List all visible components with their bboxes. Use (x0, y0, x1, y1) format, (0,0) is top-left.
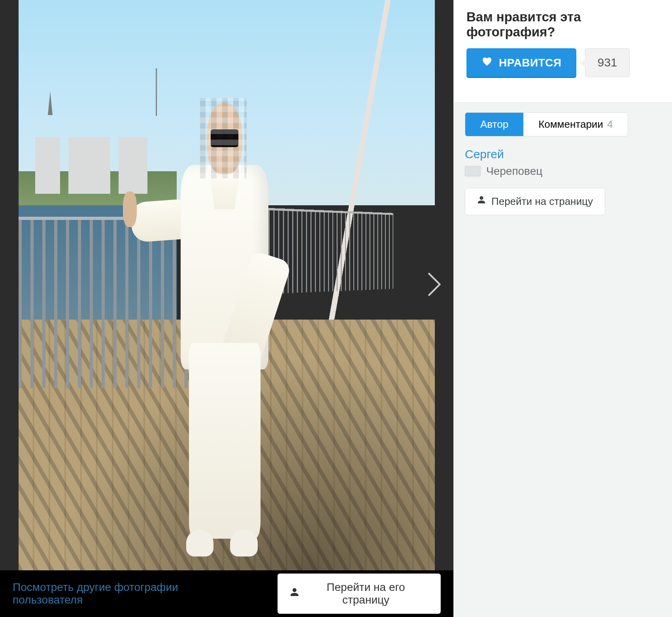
goto-profile-button[interactable]: Перейти на его страницу (277, 573, 441, 614)
tab-comments-label: Комментарии (538, 118, 603, 131)
like-count: 931 (585, 48, 629, 77)
author-block: Автор Комментарии 4 Сергей Череповец Пер… (454, 102, 672, 617)
flag-icon (465, 166, 481, 176)
goto-page-label: Перейти на страницу (491, 195, 593, 208)
goto-profile-label: Перейти на его страницу (303, 581, 428, 606)
tab-author-label: Автор (480, 118, 508, 131)
tab-author[interactable]: Автор (465, 113, 523, 136)
chevron-right-icon (427, 273, 442, 298)
tab-comments[interactable]: Комментарии 4 (523, 113, 628, 136)
person-icon (477, 195, 486, 208)
face-pixelation (200, 98, 247, 178)
author-link[interactable]: Сергей (465, 148, 504, 161)
photo[interactable] (19, 0, 435, 570)
like-question: Вам нравится эта фотография? (466, 9, 659, 40)
photo-gutter-left (0, 0, 19, 570)
photo-viewer: Посмотреть другие фотографии пользовател… (0, 0, 672, 617)
next-photo-button[interactable] (423, 273, 446, 297)
like-button[interactable]: НРАВИТСЯ (466, 48, 576, 77)
author-city: Череповец (486, 165, 542, 178)
more-photos-link[interactable]: Посмотреть другие фотографии пользовател… (13, 581, 246, 606)
tab-comments-count: 4 (607, 118, 613, 131)
like-button-label: НРАВИТСЯ (499, 57, 561, 69)
photo-footer: Посмотреть другие фотографии пользовател… (0, 570, 453, 617)
photo-stage (0, 0, 453, 570)
person-icon (290, 587, 299, 600)
goto-page-button[interactable]: Перейти на страницу (465, 188, 605, 215)
author-location: Череповец (465, 165, 661, 178)
photo-column: Посмотреть другие фотографии пользовател… (0, 0, 453, 617)
like-block: Вам нравится эта фотография? НРАВИТСЯ 93… (454, 0, 672, 95)
author-name: Сергей (465, 148, 661, 161)
photo-scene (19, 0, 435, 570)
tabs: Автор Комментарии 4 (465, 112, 628, 136)
side-panel: Вам нравится эта фотография? НРАВИТСЯ 93… (453, 0, 672, 617)
heart-icon (481, 56, 493, 69)
